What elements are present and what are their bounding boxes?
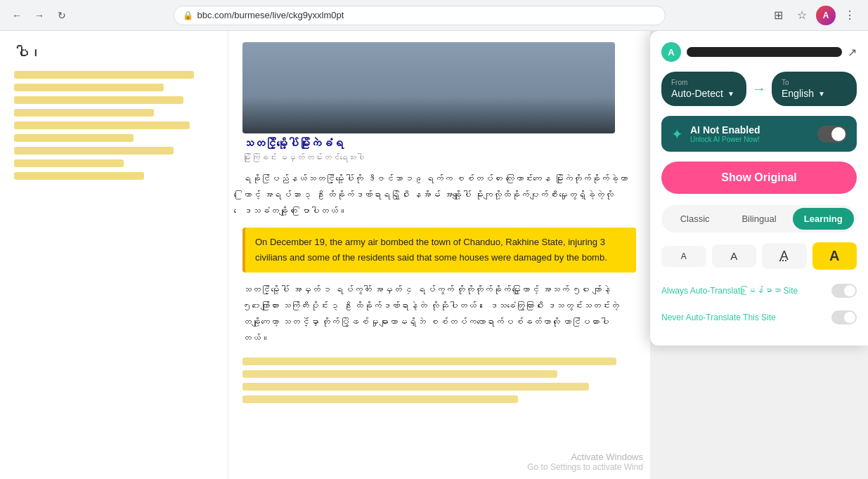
highlighted-translation: On December 19, the army air bombed the … — [242, 228, 636, 273]
address-bar[interactable]: 🔒 bbc.com/burmese/live/ckg9yxxlm0pt — [174, 6, 666, 25]
article-image — [242, 42, 615, 133]
article-burmese-subheader: မိုးကြဲခြင်း မမှတ်တမ်းတင်ရသေးပါ — [242, 153, 636, 163]
never-translate-toggle[interactable] — [831, 310, 857, 324]
profile-avatar[interactable]: A — [816, 6, 836, 25]
never-translate-knob — [844, 312, 855, 323]
font-size-large[interactable]: A — [762, 243, 807, 269]
article-burmese-header: သင်္တဲမြို့ပေါ်မိုးကြဲခံရ — [242, 138, 636, 150]
browser-chrome: ← → ↻ 🔒 bbc.com/burmese/live/ckg9yxxlm0p… — [0, 0, 868, 31]
auto-translate-row: Always Auto-Translate မြန်မာဘာ Site — [661, 281, 857, 301]
url-text: bbc.com/burmese/live/ckg9yxxlm0pt — [197, 10, 344, 20]
language-selector-row: From Auto-Detect ▼ → To English ▼ — [661, 72, 857, 106]
font-size-xlarge[interactable]: A — [812, 242, 857, 270]
tab-bilingual[interactable]: Bilingual — [728, 208, 789, 230]
font-size-medium[interactable]: A — [712, 244, 757, 268]
translation-panel: A ↗ From Auto-Detect ▼ → To Eng — [650, 31, 868, 479]
article-bottom-blurred — [242, 357, 636, 403]
panel-title-bar — [687, 47, 842, 57]
bookmark-icon[interactable]: ☆ — [792, 6, 812, 25]
from-value-row: Auto-Detect ▼ — [671, 88, 737, 99]
mode-tabs: Classic Bilingual Learning — [661, 205, 857, 232]
never-translate-row: Never Auto-Translate This Site — [661, 308, 857, 327]
to-value-row: English ▼ — [782, 88, 847, 99]
language-arrow: → — [752, 81, 766, 97]
article-body-burmese-1: ရခိုင်ပြည်နယ်သင်္တဲမြို့ပေါ်ကို ဒီဇင်ဘာ … — [242, 171, 636, 219]
back-button[interactable]: ← — [8, 7, 25, 24]
from-dropdown-icon: ▼ — [727, 90, 734, 98]
left-top-text: ပါ၊ — [14, 45, 214, 61]
main-layout: ပါ၊ သင်္တဲမြို့ပေါ်မိုးကြဲခံရ မိုးကြဲခြင… — [0, 31, 868, 479]
tab-classic[interactable]: Classic — [664, 208, 725, 230]
panel-header: A ↗ — [661, 42, 857, 62]
ai-toggle-switch[interactable] — [817, 126, 847, 143]
tab-learning[interactable]: Learning — [793, 208, 854, 230]
ai-title: AI Not Enabled — [690, 124, 810, 136]
ai-subtitle: Unlock AI Power Now! — [690, 136, 810, 143]
never-translate-label: Never Auto-Translate This Site — [661, 313, 776, 322]
ai-toggle-row: ✦ AI Not Enabled Unlock AI Power Now! — [661, 116, 857, 152]
forward-button[interactable]: → — [31, 7, 48, 24]
refresh-button[interactable]: ↻ — [53, 7, 70, 24]
to-label: To — [782, 79, 847, 86]
ai-text-block: AI Not Enabled Unlock AI Power Now! — [690, 124, 810, 143]
windows-watermark: Activate Windows Go to Settings to activ… — [527, 452, 643, 472]
left-sidebar: ပါ၊ — [0, 31, 228, 479]
to-language-box[interactable]: To English ▼ — [772, 72, 857, 106]
auto-translate-label: Always Auto-Translate မြန်မာဘာ Site — [661, 286, 798, 296]
ai-star-icon: ✦ — [671, 126, 683, 143]
from-language-value: Auto-Detect — [671, 88, 723, 99]
browser-icons: ⊞ ☆ A ⋮ — [768, 6, 860, 25]
from-language-box[interactable]: From Auto-Detect ▼ — [661, 72, 746, 106]
auto-translate-knob — [844, 285, 855, 296]
to-language-value: English — [782, 88, 814, 99]
font-size-row: A A A A — [661, 242, 857, 270]
menu-icon[interactable]: ⋮ — [840, 6, 860, 25]
from-label: From — [671, 79, 737, 86]
panel-avatar: A — [661, 42, 681, 62]
font-size-small[interactable]: A — [661, 246, 706, 267]
to-dropdown-icon: ▼ — [818, 90, 825, 98]
translate-icon[interactable]: ⊞ — [768, 6, 788, 25]
ai-toggle-knob — [831, 127, 846, 141]
article-body-burmese-2: သင်္တဲမြို့ပေါ် အမှတ် ၁ ရပ်ကွက်ါ အမှတ် ၄… — [242, 282, 636, 346]
panel-container: A ↗ From Auto-Detect ▼ → To Eng — [650, 31, 868, 346]
left-blurred-content — [14, 71, 214, 180]
show-original-button[interactable]: Show Original — [661, 162, 857, 194]
article-main: သင်္တဲမြို့ပေါ်မိုးကြဲခံရ မိုးကြဲခြင်း မ… — [228, 31, 650, 479]
share-icon[interactable]: ↗ — [848, 46, 857, 59]
auto-translate-toggle[interactable] — [831, 284, 857, 298]
